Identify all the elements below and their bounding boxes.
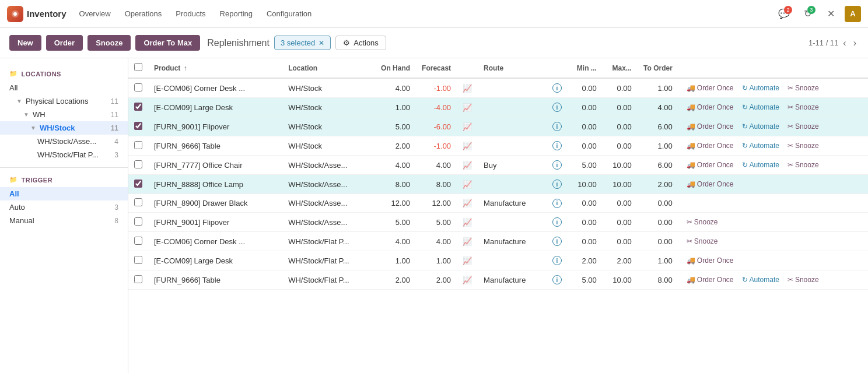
snooze-btn[interactable]: ✂ Snooze bbox=[684, 236, 720, 247]
chart-icon[interactable]: 📈 bbox=[463, 122, 472, 131]
chart-icon[interactable]: 📈 bbox=[463, 237, 472, 246]
order-once-btn[interactable]: 🚚 Order Once bbox=[684, 275, 736, 285]
row-product[interactable]: [FURN_9001] Flipover bbox=[148, 117, 282, 136]
row-checkbox[interactable] bbox=[134, 217, 142, 226]
row-chart-cell[interactable]: 📈 bbox=[457, 78, 478, 98]
row-chart-cell[interactable]: 📈 bbox=[457, 270, 478, 290]
chart-icon[interactable]: 📈 bbox=[463, 103, 472, 112]
row-checkbox-cell[interactable] bbox=[128, 78, 148, 98]
row-chart-cell[interactable]: 📈 bbox=[457, 194, 478, 213]
row-checkbox-cell[interactable] bbox=[128, 136, 148, 156]
row-chart-cell[interactable]: 📈 bbox=[457, 136, 478, 156]
row-info-cell[interactable]: i bbox=[547, 78, 568, 98]
row-product[interactable]: [FURN_7777] Office Chair bbox=[148, 156, 282, 175]
row-toorder[interactable]: 0.00 bbox=[638, 213, 678, 232]
row-checkbox-cell[interactable] bbox=[128, 98, 148, 117]
snooze-btn[interactable]: ✂ Snooze bbox=[684, 217, 720, 227]
order-once-btn[interactable]: 🚚 Order Once bbox=[684, 255, 736, 266]
automate-btn[interactable]: ↻ Automate bbox=[740, 83, 782, 93]
row-checkbox[interactable] bbox=[134, 198, 142, 206]
row-checkbox[interactable] bbox=[134, 237, 142, 245]
row-product[interactable]: [FURN_9001] Flipover bbox=[148, 213, 282, 232]
row-chart-cell[interactable]: 📈 bbox=[457, 213, 478, 232]
close-btn[interactable]: ✕ bbox=[821, 5, 840, 23]
row-checkbox[interactable] bbox=[134, 180, 142, 188]
info-icon[interactable]: i bbox=[552, 122, 562, 131]
prev-page-btn[interactable]: ‹ bbox=[841, 37, 848, 50]
activity-btn[interactable]: ↻ 3 bbox=[798, 5, 817, 23]
order-once-btn[interactable]: 🚚 Order Once bbox=[684, 160, 736, 170]
header-forecast[interactable]: Forecast bbox=[416, 58, 457, 78]
selected-badge[interactable]: 3 selected ✕ bbox=[274, 36, 331, 50]
nav-operations[interactable]: Operations bbox=[119, 6, 168, 22]
row-checkbox-cell[interactable] bbox=[128, 117, 148, 136]
order-once-btn[interactable]: 🚚 Order Once bbox=[684, 121, 736, 132]
row-toorder[interactable]: 4.00 bbox=[638, 98, 678, 117]
row-toorder[interactable]: 1.00 bbox=[638, 251, 678, 270]
actions-button[interactable]: ⚙ Actions bbox=[335, 36, 386, 50]
sidebar-item-trigger-all[interactable]: All bbox=[0, 187, 128, 200]
sidebar-item-wh-stock-asse[interactable]: WH/Stock/Asse... 4 bbox=[0, 135, 128, 148]
app-logo[interactable]: Inventory bbox=[7, 6, 66, 22]
row-product[interactable]: [FURN_9666] Table bbox=[148, 270, 282, 290]
automate-btn[interactable]: ↻ Automate bbox=[740, 140, 782, 151]
chart-icon[interactable]: 📈 bbox=[463, 218, 472, 227]
chart-icon[interactable]: 📈 bbox=[463, 84, 472, 93]
info-icon[interactable]: i bbox=[552, 141, 562, 150]
automate-btn[interactable]: ↻ Automate bbox=[740, 160, 782, 170]
row-checkbox[interactable] bbox=[134, 103, 142, 111]
info-icon[interactable]: i bbox=[552, 217, 562, 227]
sidebar-item-wh-stock-flat[interactable]: WH/Stock/Flat P... 3 bbox=[0, 148, 128, 161]
snooze-btn[interactable]: ✂ Snooze bbox=[785, 160, 821, 170]
info-icon[interactable]: i bbox=[552, 160, 562, 170]
snooze-btn[interactable]: ✂ Snooze bbox=[785, 102, 821, 112]
sidebar-item-wh[interactable]: ▼ WH 11 bbox=[0, 108, 128, 121]
chart-icon[interactable]: 📈 bbox=[463, 256, 472, 265]
header-checkbox-cell[interactable] bbox=[128, 58, 148, 78]
row-product[interactable]: [FURN_9666] Table bbox=[148, 136, 282, 156]
order-to-max-button[interactable]: Order To Max bbox=[135, 35, 200, 51]
row-toorder[interactable]: 1.00 bbox=[638, 136, 678, 156]
row-checkbox-cell[interactable] bbox=[128, 232, 148, 251]
row-checkbox-cell[interactable] bbox=[128, 251, 148, 270]
automate-btn[interactable]: ↻ Automate bbox=[740, 121, 782, 132]
row-toorder[interactable]: 2.00 bbox=[638, 175, 678, 194]
order-once-btn[interactable]: 🚚 Order Once bbox=[684, 83, 736, 93]
row-chart-cell[interactable]: 📈 bbox=[457, 117, 478, 136]
row-toorder[interactable]: 6.00 bbox=[638, 117, 678, 136]
row-checkbox[interactable] bbox=[134, 275, 142, 283]
row-product[interactable]: [E-COM09] Large Desk bbox=[148, 98, 282, 117]
row-info-cell[interactable]: i bbox=[547, 194, 568, 213]
snooze-btn[interactable]: ✂ Snooze bbox=[785, 121, 821, 132]
sidebar-item-all-locations[interactable]: All bbox=[0, 81, 128, 94]
row-checkbox-cell[interactable] bbox=[128, 156, 148, 175]
header-location[interactable]: Location bbox=[282, 58, 375, 78]
row-toorder[interactable]: 0.00 bbox=[638, 232, 678, 251]
order-once-btn[interactable]: 🚚 Order Once bbox=[684, 140, 736, 151]
nav-configuration[interactable]: Configuration bbox=[261, 6, 317, 22]
row-chart-cell[interactable]: 📈 bbox=[457, 175, 478, 194]
header-max[interactable]: Max... bbox=[603, 58, 638, 78]
header-min[interactable]: Min ... bbox=[568, 58, 603, 78]
row-info-cell[interactable]: i bbox=[547, 251, 568, 270]
row-checkbox[interactable] bbox=[134, 122, 142, 130]
header-route[interactable]: Route bbox=[478, 58, 547, 78]
sidebar-item-physical-locations[interactable]: ▼ Physical Locations 11 bbox=[0, 94, 128, 108]
sidebar-item-wh-stock[interactable]: ▼ WH/Stock 11 bbox=[0, 121, 128, 135]
info-icon[interactable]: i bbox=[552, 199, 562, 208]
row-chart-cell[interactable]: 📈 bbox=[457, 98, 478, 117]
chart-icon[interactable]: 📈 bbox=[463, 276, 472, 284]
snooze-btn[interactable]: ✂ Snooze bbox=[785, 83, 821, 93]
row-info-cell[interactable]: i bbox=[547, 213, 568, 232]
row-info-cell[interactable]: i bbox=[547, 136, 568, 156]
row-info-cell[interactable]: i bbox=[547, 117, 568, 136]
row-checkbox[interactable] bbox=[134, 83, 142, 92]
row-toorder[interactable]: 8.00 bbox=[638, 270, 678, 290]
row-info-cell[interactable]: i bbox=[547, 156, 568, 175]
snooze-btn[interactable]: ✂ Snooze bbox=[785, 275, 821, 285]
row-toorder[interactable]: 6.00 bbox=[638, 156, 678, 175]
info-icon[interactable]: i bbox=[552, 237, 562, 246]
info-icon[interactable]: i bbox=[552, 180, 562, 189]
automate-btn[interactable]: ↻ Automate bbox=[740, 275, 782, 285]
header-toorder[interactable]: To Order bbox=[638, 58, 678, 78]
